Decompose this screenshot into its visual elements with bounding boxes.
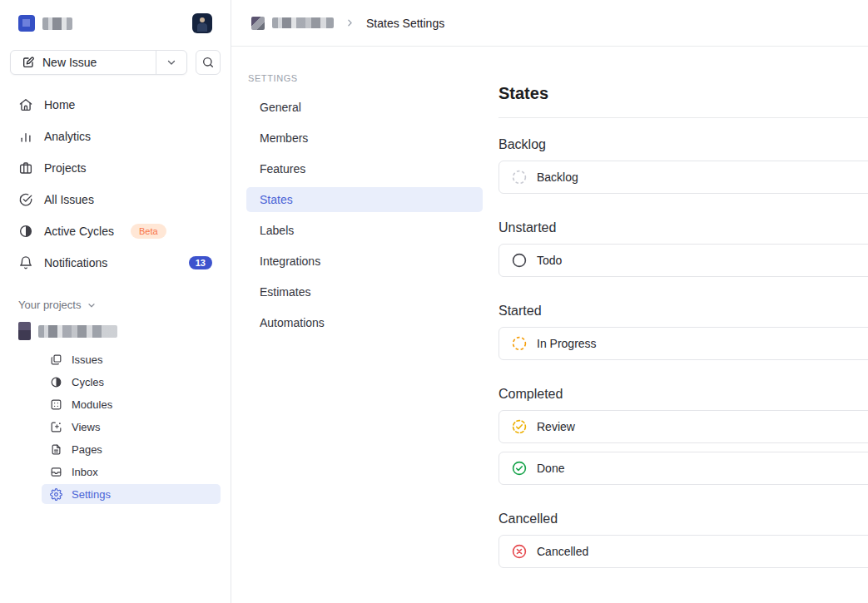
project-tab-inbox[interactable]: Inbox (42, 462, 221, 482)
new-issue-button[interactable]: New Issue (10, 50, 187, 75)
sidebar-item-analytics[interactable]: Analytics (10, 125, 221, 148)
nav-label: Active Cycles (44, 225, 114, 238)
workspace-switcher[interactable] (18, 15, 72, 32)
state-row-cancelled[interactable]: Cancelled (498, 535, 868, 568)
settings-layout: SETTINGS General Members Features States… (231, 47, 868, 603)
settings-tab-members[interactable]: Members (246, 126, 483, 151)
settings-nav: SETTINGS General Members Features States… (231, 47, 483, 603)
settings-tab-states[interactable]: States (246, 187, 483, 212)
inbox-icon (50, 466, 62, 478)
chevron-right-icon (345, 17, 355, 28)
sidebar-item-all-issues[interactable]: All Issues (10, 188, 221, 211)
nav-label: Projects (44, 161, 87, 175)
state-row-done[interactable]: Done (498, 452, 868, 485)
sidebar-item-notifications[interactable]: Notifications 13 (10, 251, 221, 274)
sidebar-item-home[interactable]: Home (10, 93, 221, 116)
settings-tab-estimates[interactable]: Estimates (246, 279, 483, 304)
settings-tab-automations[interactable]: Automations (246, 310, 483, 335)
tree-label: Inbox (72, 466, 98, 478)
search-button[interactable] (196, 50, 221, 75)
project-emoji-redacted (251, 17, 265, 30)
state-name: Review (537, 420, 575, 433)
home-icon (18, 97, 33, 112)
beta-badge: Beta (131, 224, 166, 239)
workspace-nav: Home Analytics Projects All Issues (10, 93, 221, 274)
app-window: New Issue Home (0, 0, 868, 603)
breadcrumb-current: States Settings (366, 17, 444, 30)
workspace-header (10, 12, 221, 34)
check-circle-icon (18, 192, 33, 207)
contrast-icon (50, 376, 62, 388)
dice-icon (50, 398, 62, 411)
notification-count-badge: 13 (189, 256, 212, 269)
bell-icon (18, 255, 33, 270)
breadcrumb-project-redacted[interactable] (272, 17, 334, 28)
state-group-title: Cancelled (498, 512, 868, 526)
circle-dashed-icon (511, 335, 528, 352)
chevron-down-icon[interactable] (156, 51, 186, 74)
project-tab-pages[interactable]: Pages (42, 439, 221, 459)
quick-actions: New Issue (10, 50, 221, 75)
states-content: States Backlog Backlog Unstarted (483, 47, 868, 603)
project-tab-issues[interactable]: Issues (42, 349, 221, 369)
state-group-unstarted: Unstarted Todo (498, 220, 868, 277)
nav-label: Home (44, 98, 75, 111)
nav-label: Analytics (44, 130, 91, 143)
state-group-backlog: Backlog Backlog (498, 137, 868, 194)
settings-nav-heading: SETTINGS (246, 73, 483, 83)
state-name: In Progress (537, 337, 597, 350)
briefcase-icon (18, 161, 33, 175)
state-row-backlog[interactable]: Backlog (498, 161, 868, 194)
pencil-square-icon (22, 56, 35, 69)
contrast-icon (18, 224, 33, 239)
settings-tab-integrations[interactable]: Integrations (246, 249, 483, 274)
project-emoji-redacted (18, 322, 31, 340)
gear-icon (50, 488, 62, 501)
your-projects-label: Your projects (18, 299, 81, 311)
nav-label: All Issues (44, 193, 94, 206)
state-group-title: Started (498, 304, 868, 319)
circle-check-dashed-icon (511, 418, 528, 435)
project-name-redacted (38, 325, 117, 338)
settings-tab-features[interactable]: Features (246, 156, 483, 181)
new-issue-label: New Issue (42, 56, 97, 69)
state-group-title: Unstarted (498, 220, 868, 235)
state-name: Cancelled (537, 545, 588, 558)
breadcrumb: States Settings (231, 0, 868, 47)
user-avatar[interactable] (192, 13, 212, 33)
state-group-title: Backlog (498, 137, 868, 152)
circle-dashed-icon (511, 169, 528, 185)
workspace-sidebar: New Issue Home (0, 0, 231, 603)
tree-label: Views (72, 421, 100, 433)
sidebar-item-projects[interactable]: Projects (10, 156, 221, 180)
nav-label: Notifications (44, 256, 107, 269)
project-tab-cycles[interactable]: Cycles (42, 372, 221, 392)
state-group-cancelled: Cancelled Cancelled (498, 512, 868, 568)
project-item[interactable] (10, 322, 221, 340)
project-tab-views[interactable]: Views (42, 417, 221, 437)
your-projects-toggle[interactable]: Your projects (10, 299, 221, 311)
state-row-in-progress[interactable]: In Progress (498, 327, 868, 360)
tree-label: Issues (72, 353, 103, 366)
settings-tab-labels[interactable]: Labels (246, 218, 483, 243)
tree-label: Pages (72, 443, 102, 456)
tree-label: Cycles (72, 376, 104, 388)
settings-tab-general[interactable]: General (246, 95, 483, 120)
circle-check-icon (511, 460, 528, 477)
sidebar-item-active-cycles[interactable]: Active Cycles Beta (10, 220, 221, 243)
tree-label: Settings (72, 488, 111, 501)
frame-plus-icon (50, 421, 62, 433)
circle-x-icon (511, 543, 528, 560)
project-tree: Issues Cycles Modules Views (10, 349, 221, 504)
state-row-todo[interactable]: Todo (498, 244, 868, 277)
state-row-review[interactable]: Review (498, 410, 868, 443)
project-tab-modules[interactable]: Modules (42, 394, 221, 414)
circle-icon (511, 252, 528, 269)
search-icon (201, 56, 215, 69)
state-group-title: Completed (498, 387, 868, 402)
project-tab-settings[interactable]: Settings (42, 484, 221, 504)
state-name: Done (537, 462, 564, 475)
state-group-completed: Completed Review Done (498, 387, 868, 485)
main-panel: States Settings SETTINGS General Members… (231, 0, 868, 603)
layers-icon (50, 353, 62, 366)
